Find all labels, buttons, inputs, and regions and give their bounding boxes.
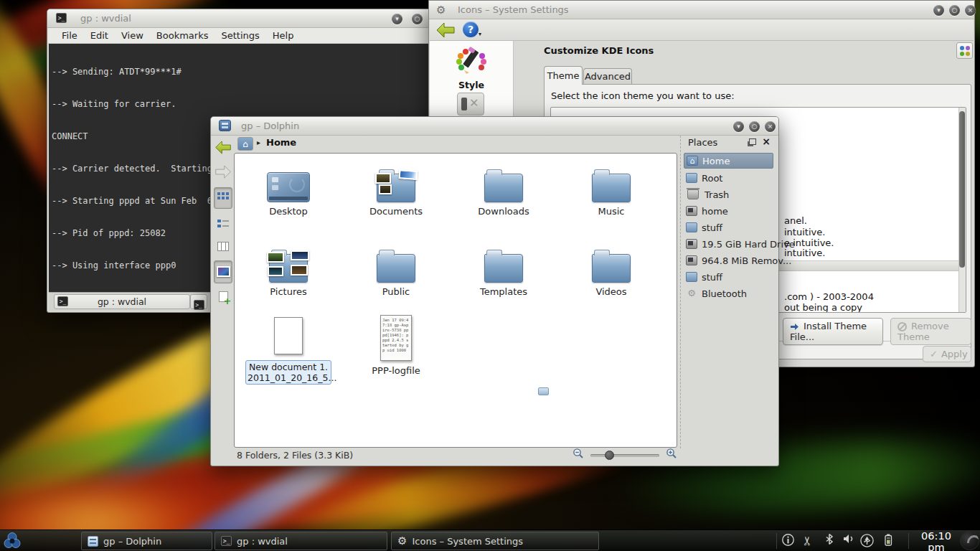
konsole-tab[interactable]: >_ gp : wvdial bbox=[54, 294, 190, 309]
breadcrumb-home[interactable]: Home bbox=[266, 137, 296, 148]
folder-item-music[interactable]: Music bbox=[561, 161, 661, 217]
konsole-titlebar[interactable]: >_ gp : wvdial ▾ ○ × bbox=[47, 9, 433, 28]
places-item-stuff-2[interactable]: stuff bbox=[684, 269, 773, 285]
details-view-icon bbox=[217, 219, 229, 228]
tab-advanced[interactable]: Advanced bbox=[583, 68, 632, 85]
folder-icon bbox=[592, 254, 631, 283]
info-icon[interactable] bbox=[779, 533, 796, 549]
terminal-line: --> Waiting for carrier. bbox=[52, 99, 429, 110]
terminal-icon: >_ bbox=[194, 300, 204, 310]
close-button[interactable]: × bbox=[965, 5, 976, 16]
sidebar-item-style[interactable]: Style bbox=[433, 44, 510, 90]
desktop: >_ gp : wvdial ▾ ○ × File Edit View Book… bbox=[0, 0, 980, 551]
taskbar-task-dolphin[interactable]: gp – Dolphin bbox=[81, 532, 212, 550]
places-item-trash[interactable]: Trash bbox=[684, 187, 773, 202]
zoom-slider-handle[interactable] bbox=[605, 451, 614, 460]
folder-icon bbox=[484, 254, 523, 283]
scrollbar[interactable] bbox=[958, 108, 966, 312]
remove-theme-button[interactable]: Remove Theme bbox=[890, 318, 971, 345]
menu-settings[interactable]: Settings bbox=[215, 30, 265, 41]
file-view[interactable]: Desktop Documents Downloads Music bbox=[234, 153, 677, 448]
file-item-new-document[interactable]: New document 1. 2011_01_20_16_5... bbox=[238, 313, 339, 399]
folder-item-desktop[interactable]: Desktop bbox=[238, 161, 339, 217]
terminal-icon: >_ bbox=[56, 13, 67, 23]
maximize-button[interactable]: ○ bbox=[949, 5, 960, 16]
zoom-out-icon[interactable] bbox=[573, 448, 584, 461]
klipper-scissors-icon[interactable]: ✂ bbox=[800, 532, 816, 550]
close-button[interactable]: × bbox=[765, 121, 776, 132]
minimize-button[interactable]: ▾ bbox=[392, 14, 402, 24]
split-view-button[interactable] bbox=[214, 288, 232, 306]
tab-theme[interactable]: Theme bbox=[544, 66, 583, 85]
details-view-button[interactable] bbox=[214, 215, 232, 233]
clock-time: 06:10 pm bbox=[913, 531, 960, 551]
folder-icon bbox=[686, 222, 697, 232]
columns-view-button[interactable] bbox=[214, 237, 232, 256]
install-arrow-icon bbox=[790, 323, 799, 331]
minimize-button[interactable]: ▾ bbox=[733, 121, 744, 132]
trash-icon bbox=[687, 189, 699, 199]
folder-item-videos[interactable]: Videos bbox=[561, 241, 661, 297]
columns-view-icon bbox=[217, 242, 229, 251]
folder-item-documents[interactable]: Documents bbox=[346, 161, 446, 217]
folder-item-pictures[interactable]: Pictures bbox=[238, 241, 339, 297]
taskbar-clock[interactable]: 06:10 pm Sun, 6 Feb bbox=[913, 531, 960, 551]
maximize-button[interactable]: ○ bbox=[749, 121, 760, 132]
menu-file[interactable]: File bbox=[55, 30, 84, 41]
icons-view-button[interactable] bbox=[214, 187, 232, 209]
folder-label: Documents bbox=[346, 206, 446, 217]
selected-file-label: New document 1. 2011_01_20_16_5... bbox=[245, 360, 331, 385]
maximize-button[interactable]: ○ bbox=[412, 14, 423, 24]
zoom-in-icon[interactable] bbox=[666, 448, 677, 461]
usb-device-icon[interactable] bbox=[858, 533, 875, 549]
help-button[interactable]: ? bbox=[463, 22, 479, 37]
folder-icon bbox=[377, 254, 415, 283]
icons-view-icon bbox=[217, 192, 229, 202]
panel-cashew-icon[interactable] bbox=[960, 531, 979, 550]
places-item-removable[interactable]: 964.8 MiB Remov... bbox=[684, 253, 773, 268]
close-panel-icon[interactable]: × bbox=[762, 136, 771, 147]
forward-button[interactable] bbox=[214, 164, 232, 183]
konsole-tab-label: gp : wvdial bbox=[98, 296, 146, 307]
bluetooth-icon[interactable] bbox=[821, 533, 838, 549]
menu-view[interactable]: View bbox=[115, 30, 150, 41]
install-theme-button[interactable]: Install Theme File... bbox=[783, 318, 883, 345]
preview-toggle-button[interactable] bbox=[214, 260, 232, 283]
folder-item-public[interactable]: Public bbox=[346, 241, 446, 297]
places-item-bluetooth[interactable]: ⚙ Bluetooth bbox=[684, 286, 773, 301]
chevron-down-icon[interactable]: ▾ bbox=[479, 31, 481, 37]
taskbar-task-konsole[interactable]: >_ gp : wvdial bbox=[215, 532, 387, 550]
volume-icon[interactable] bbox=[839, 533, 857, 549]
back-button[interactable] bbox=[435, 22, 456, 42]
overview-grid-icon[interactable] bbox=[956, 42, 973, 59]
file-item-ppp-logfile[interactable]: Jan 17 09:47:18 gp-Aspire-5738 pppd[1946… bbox=[346, 313, 446, 399]
folder-item-templates[interactable]: Templates bbox=[453, 241, 554, 297]
places-item-hard-drive[interactable]: 19.5 GiB Hard Drive bbox=[684, 236, 773, 252]
dolphin-titlebar[interactable]: gp – Dolphin ▾ ○ × bbox=[211, 117, 778, 136]
menu-help[interactable]: Help bbox=[266, 30, 301, 41]
home-icon: ⌂ bbox=[687, 156, 698, 166]
minimize-button[interactable]: ▾ bbox=[933, 5, 944, 16]
places-item-stuff[interactable]: stuff bbox=[684, 220, 773, 235]
places-item-home-partition[interactable]: home bbox=[684, 203, 773, 219]
places-item-home[interactable]: ⌂ Home bbox=[684, 153, 773, 169]
menu-edit[interactable]: Edit bbox=[84, 30, 115, 41]
home-icon[interactable]: ⌂ bbox=[237, 137, 253, 151]
system-settings-titlebar[interactable]: ⚙ Icons – System Settings ▾ ○ × bbox=[429, 1, 974, 19]
folder-label: Public bbox=[346, 286, 446, 297]
taskbar-task-system-settings[interactable]: ⚙ Icons – System Settings bbox=[391, 532, 599, 550]
launcher-icon[interactable] bbox=[2, 531, 22, 551]
new-tab-button[interactable]: >_ bbox=[190, 294, 207, 309]
scrollbar-thumb[interactable] bbox=[959, 111, 965, 268]
menu-bookmarks[interactable]: Bookmarks bbox=[150, 30, 215, 41]
forward-arrow-icon bbox=[215, 164, 232, 179]
document-file-icon bbox=[274, 317, 303, 354]
battery-icon[interactable] bbox=[880, 533, 897, 549]
folder-item-downloads[interactable]: Downloads bbox=[453, 161, 554, 217]
float-panel-icon[interactable] bbox=[749, 138, 756, 145]
places-item-root[interactable]: Root bbox=[684, 170, 773, 186]
zoom-slider[interactable] bbox=[590, 454, 659, 457]
apply-button[interactable]: ✓Apply bbox=[923, 346, 971, 362]
back-button[interactable] bbox=[214, 140, 232, 159]
application-appearance-icon[interactable]: ✕ bbox=[457, 93, 484, 116]
